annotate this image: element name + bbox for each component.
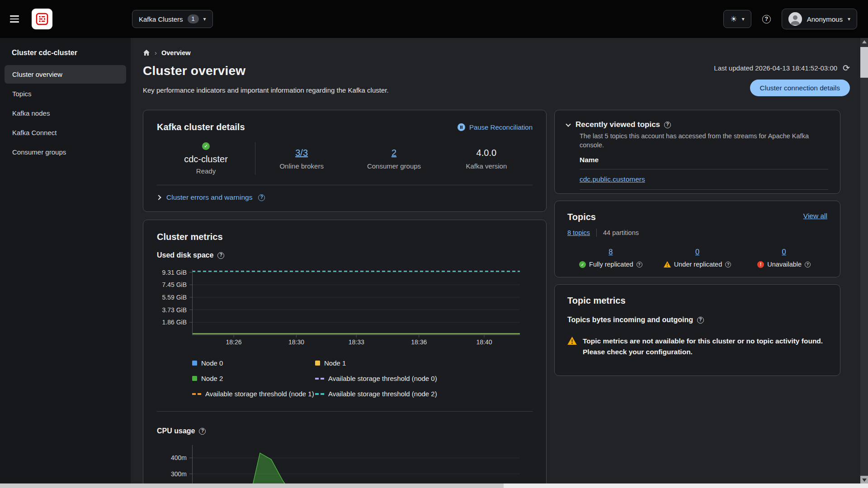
- scroll-down-button[interactable]: [860, 476, 868, 483]
- topic-metrics-card: Topic metrics Topics bytes incoming and …: [554, 284, 840, 376]
- help-popover-icon[interactable]: [697, 317, 704, 324]
- theme-toggle[interactable]: ☀ ▾: [723, 10, 751, 28]
- breadcrumb: › Overview: [143, 49, 850, 56]
- masthead: Kafka Clusters 1 ▾ ☀ ▾ Anonymous ▾: [0, 0, 868, 38]
- consumer-groups-label: Consumer groups: [367, 162, 421, 170]
- recently-viewed-table: Name cdc.public.customers: [580, 156, 828, 190]
- unavailable-stat: 0 Unavailable: [741, 248, 827, 268]
- horizontal-scrollbar-thumb[interactable]: [0, 483, 504, 488]
- used-disk-space-chart-block: 9.31 GiB7.45 GiB5.59 GiB3.73 GiB1.86 GiB…: [157, 269, 533, 398]
- sidebar: Cluster cdc-cluster Cluster overview Top…: [0, 38, 131, 483]
- topic-link[interactable]: cdc.public.customers: [580, 175, 645, 183]
- topics-card-title: Topics: [567, 212, 596, 222]
- sun-icon: ☀: [730, 15, 737, 23]
- refresh-icon[interactable]: ⟳: [843, 64, 850, 72]
- scroll-up-button[interactable]: [860, 38, 868, 46]
- legend-item-node-2[interactable]: Node 2: [192, 375, 315, 382]
- cluster-metrics-card: Cluster metrics Used disk space 9.31 GiB…: [143, 220, 547, 483]
- legend-item-threshold-node-0[interactable]: Available storage threshold (node 0): [315, 375, 520, 382]
- sidebar-cluster-header: Cluster cdc-cluster: [0, 49, 131, 57]
- help-button[interactable]: [762, 15, 771, 23]
- chevron-down-icon[interactable]: [566, 122, 571, 127]
- help-popover-icon[interactable]: [725, 262, 731, 267]
- view-all-link[interactable]: View all: [803, 212, 827, 220]
- fully-replicated-stat: 8 Fully replicated: [567, 248, 654, 268]
- legend-item-threshold-node-2[interactable]: Available storage threshold (node 2): [315, 390, 520, 398]
- kafka-clusters-dropdown[interactable]: Kafka Clusters 1 ▾: [132, 10, 213, 28]
- sidebar-item-kafka-connect[interactable]: Kafka Connect: [5, 123, 126, 142]
- online-brokers-value[interactable]: 3/3: [295, 148, 308, 158]
- partitions-count: 44 partitions: [603, 229, 639, 236]
- topics-card: Topics View all 8 topics 44 partitions 8: [554, 201, 840, 277]
- recently-viewed-title: Recently viewed topics: [576, 120, 660, 129]
- hamburger-menu-button[interactable]: [10, 14, 22, 24]
- consumer-groups-stat: 2 Consumer groups: [348, 142, 440, 175]
- masthead-right: ☀ ▾ Anonymous ▾: [723, 9, 857, 29]
- unavailable-label: Unavailable: [767, 261, 802, 268]
- fully-replicated-value[interactable]: 8: [609, 248, 613, 256]
- kafka-version-label: Kafka version: [466, 162, 507, 170]
- series-swatch: [192, 393, 201, 395]
- sidebar-nav: Cluster overview Topics Kafka nodes Kafk…: [0, 65, 131, 162]
- sidebar-item-consumer-groups[interactable]: Consumer groups: [5, 143, 126, 161]
- disk-chart-y-axis: 9.31 GiB7.45 GiB5.59 GiB3.73 GiB1.86 GiB: [157, 269, 192, 335]
- disk-chart-x-axis: 18:2618:3018:3318:3618:40: [192, 338, 520, 347]
- topic-metrics-warning: Topic metrics are not available for this…: [567, 336, 827, 357]
- recently-viewed-description: The last 5 topics this account has acces…: [580, 132, 828, 150]
- legend-item-threshold-node-1[interactable]: Available storage threshold (node 1): [192, 390, 315, 398]
- cluster-status-cell: cdc-cluster Ready: [157, 142, 255, 175]
- column-header-name: Name: [580, 156, 828, 169]
- help-popover-icon[interactable]: [199, 428, 206, 435]
- kafka-clusters-label: Kafka Clusters: [139, 15, 183, 23]
- legend-item-node-1[interactable]: Node 1: [315, 359, 520, 367]
- caret-down-icon: ▾: [848, 16, 850, 22]
- main-content: › Overview Cluster overview Key performa…: [131, 38, 868, 483]
- topics-count-link[interactable]: 8 topics: [567, 229, 590, 236]
- help-popover-icon[interactable]: [664, 122, 671, 128]
- sidebar-item-topics[interactable]: Topics: [5, 84, 126, 103]
- used-disk-space-chart: [192, 269, 520, 335]
- kafka-cluster-details-card: Kafka cluster details Pause Reconciliati…: [143, 110, 547, 212]
- table-row: cdc.public.customers: [580, 169, 828, 190]
- cluster-errors-link: Cluster errors and warnings: [166, 193, 252, 202]
- cluster-errors-toggle[interactable]: Cluster errors and warnings: [157, 193, 533, 202]
- app-logo[interactable]: [32, 9, 52, 29]
- legend-item-node-0[interactable]: Node 0: [192, 359, 315, 367]
- page-title: Cluster overview: [143, 64, 389, 78]
- under-replicated-label: Under replicated: [674, 261, 722, 268]
- help-popover-icon[interactable]: [637, 262, 642, 267]
- consumer-groups-value[interactable]: 2: [392, 148, 396, 158]
- series-swatch: [315, 361, 320, 366]
- unavailable-value[interactable]: 0: [782, 248, 786, 256]
- avatar: [788, 12, 802, 26]
- sidebar-item-cluster-overview[interactable]: Cluster overview: [5, 65, 126, 84]
- warning-triangle-icon: [567, 337, 577, 345]
- chevron-right-icon: [156, 195, 161, 200]
- cluster-details-title: Kafka cluster details: [157, 122, 245, 132]
- horizontal-scrollbar[interactable]: [0, 483, 868, 488]
- online-brokers-stat: 3/3 Online brokers: [255, 142, 348, 175]
- series-swatch: [315, 378, 324, 380]
- help-popover-icon[interactable]: [805, 262, 811, 267]
- home-icon[interactable]: [143, 49, 150, 56]
- user-menu[interactable]: Anonymous ▾: [782, 9, 857, 29]
- vertical-scrollbar[interactable]: [860, 38, 868, 483]
- scrollbar-thumb[interactable]: [860, 47, 868, 78]
- help-popover-icon[interactable]: [258, 194, 265, 201]
- warning-text: Topic metrics are not available for this…: [583, 336, 827, 357]
- pause-reconciliation-link[interactable]: Pause Reconciliation: [458, 123, 533, 131]
- under-replicated-value[interactable]: 0: [695, 248, 699, 256]
- user-name: Anonymous: [807, 15, 843, 23]
- cluster-name: cdc-cluster: [184, 154, 228, 164]
- topic-bytes-label: Topics bytes incoming and outgoing: [567, 316, 693, 324]
- streams-for-apache-kafka-logo-icon: [35, 12, 49, 26]
- last-updated-text: Last updated 2026-04-13 18:41:52-03:00: [714, 64, 837, 72]
- cluster-connection-details-button[interactable]: Cluster connection details: [750, 80, 850, 96]
- cluster-metrics-title: Cluster metrics: [157, 232, 533, 242]
- cpu-usage-chart: [192, 445, 520, 483]
- kafka-version-stat: 4.0.0 Kafka version: [440, 142, 533, 175]
- caret-down-icon: ▾: [742, 16, 745, 22]
- warning-triangle-icon: [664, 261, 671, 267]
- help-popover-icon[interactable]: [217, 252, 224, 259]
- sidebar-item-kafka-nodes[interactable]: Kafka nodes: [5, 104, 126, 122]
